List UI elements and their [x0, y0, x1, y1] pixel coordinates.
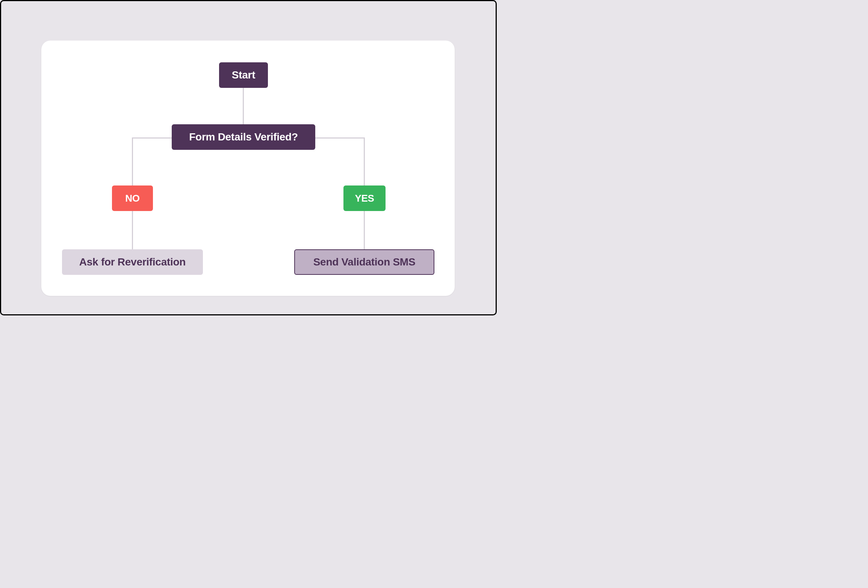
connector-yes-to-end [364, 210, 365, 251]
connector-to-no [132, 137, 133, 186]
flowchart-card: Start Form Details Verified? NO YES Ask … [41, 41, 455, 296]
node-yes-label: YES [355, 193, 374, 204]
node-no-label: NO [125, 193, 139, 204]
node-ask-reverification: Ask for Reverification [62, 249, 203, 275]
connector-to-yes [364, 137, 365, 186]
page-frame: Start Form Details Verified? NO YES Ask … [0, 0, 497, 315]
connector-start-to-decision [243, 87, 244, 127]
node-start: Start [219, 62, 268, 88]
node-start-label: Start [232, 69, 255, 81]
node-ask-reverification-label: Ask for Reverification [79, 256, 186, 268]
node-decision: Form Details Verified? [172, 124, 315, 150]
node-send-validation-sms-label: Send Validation SMS [313, 256, 416, 268]
node-send-validation-sms: Send Validation SMS [294, 249, 434, 275]
connector-no-to-end [132, 210, 133, 251]
node-decision-label: Form Details Verified? [189, 131, 298, 143]
node-no: NO [112, 185, 153, 211]
node-yes: YES [343, 185, 386, 211]
